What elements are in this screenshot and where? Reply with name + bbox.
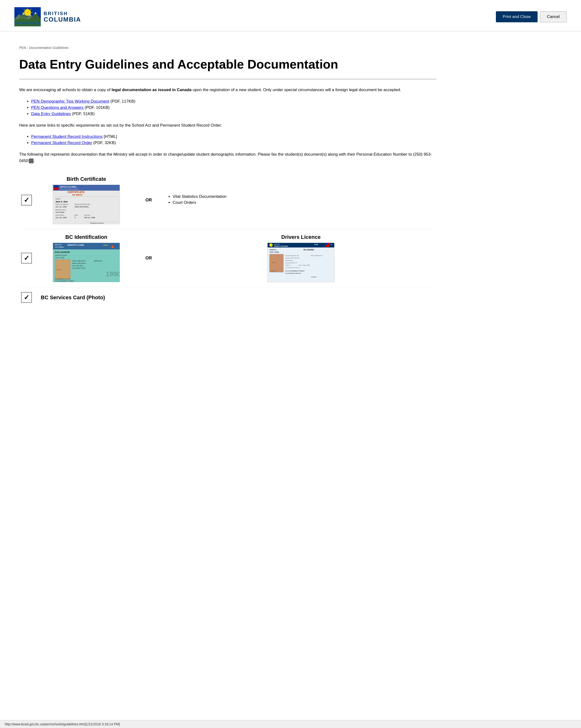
link-detail: (PDF, 101KB) — [85, 105, 110, 110]
links2-list: Permanent Student Record Instructions [H… — [31, 134, 437, 145]
svg-rect-22 — [54, 185, 58, 187]
bc-id-title: BC Identification — [65, 234, 107, 240]
svg-rect-19 — [15, 22, 41, 24]
birth-cert-cell: Birth Certificate BRITISH COLUMBIA VITAL… — [41, 176, 132, 224]
svg-text:Sample: Sample — [270, 270, 275, 272]
svg-text:British Columbia: British Columbia — [274, 245, 288, 247]
drivers-licence-svg: BRITISH British Columbia CAN DL DL:12345… — [268, 243, 334, 282]
svg-text:SIN NO.:: SIN NO.: — [84, 214, 91, 216]
cancel-button[interactable]: Cancel — [540, 11, 566, 22]
doc-row-bc-id: ✓ BC Identification BRITISH COLUMBIA IDE… — [19, 229, 437, 287]
svg-text:SAMPLE FOUR: SAMPLE FOUR — [55, 254, 67, 256]
bc-services-checkbox: ✓ — [21, 292, 32, 303]
svg-text:529 1C 1995: 529 1C 1995 — [84, 216, 95, 219]
svg-text:Sex: F   Hair: BLU: Sex: F Hair: BLU — [72, 265, 83, 266]
footer-bar: http://www.bced.gov.bc.ca/pen/schools/gu… — [0, 720, 581, 728]
list-item: Vital Statistics Documentation — [173, 194, 437, 199]
svg-text:Class: 5: Class: 5 — [285, 264, 291, 266]
svg-text:Expires: 2013-Jun-07: Expires: 2013-Jun-07 — [72, 263, 86, 264]
print-and-close-button[interactable]: Print and Close — [496, 11, 537, 22]
svg-text:DATE REG.:: DATE REG.: — [55, 214, 65, 216]
svg-text:Registrar General: Registrar General — [90, 222, 104, 224]
svg-text:BRITISH: BRITISH — [55, 244, 62, 245]
svg-text:Photo: Photo — [272, 262, 276, 263]
svg-text:CAN: CAN — [103, 244, 108, 246]
checkmark-icon: ✓ — [24, 293, 29, 302]
birth-cert-checkbox: ✓ — [21, 195, 32, 206]
svg-text:🍁: 🍁 — [110, 245, 115, 249]
list-item: Data Entry Guidelines (PDF, 51KB) — [31, 111, 437, 116]
doc-row-bc-services: ✓ BC Services Card (Photo) — [19, 287, 437, 308]
svg-rect-45 — [53, 243, 120, 250]
birth-cert-svg: BRITISH COLUMBIA VITAL STATISTICS AGENCY… — [53, 185, 120, 224]
svg-text:Issued: 2012-Nov-30: Issued: 2012-Nov-30 — [285, 255, 299, 256]
birth-cert-title: Birth Certificate — [67, 176, 106, 182]
svg-text:1990-Sep-07: 1990-Sep-07 — [94, 260, 102, 262]
link-detail: (PDF, 51KB) — [72, 111, 95, 116]
intro-paragraph: We are encouraging all schools to obtain… — [19, 86, 437, 93]
drivers-licence-cell: Drivers Licence BRITISH British Columbia… — [165, 234, 437, 282]
link-detail: (PDF, 32KB) — [93, 140, 116, 145]
list-item: PEN Questions and Answers (PDF, 101KB) — [31, 105, 437, 110]
logo-container: BRITISH COLUMBIA — [15, 7, 81, 26]
svg-text:CAN: CAN — [314, 244, 318, 245]
breadcrumb: PEN - Documentation Guidelines — [19, 46, 437, 50]
svg-text:DOB: 1979-Jun-07: DOB: 1979-Jun-07 — [311, 255, 323, 256]
svg-text:BRITISH COLUMBIA: BRITISH COLUMBIA — [60, 186, 77, 188]
checkbox-cell: ✓ — [19, 253, 33, 263]
checkmark-icon: ✓ — [24, 196, 29, 204]
svg-text:CERTIFICATE: CERTIFICATE — [68, 191, 85, 193]
pen-demographic-link[interactable]: PEN Demographic Tips Working Document — [31, 99, 109, 104]
svg-text:SEX:: SEX: — [75, 214, 78, 216]
doc-row-birth-cert: ✓ Birth Certificate BRITISH COLUMBIA — [19, 171, 437, 229]
svg-text:F: F — [75, 216, 76, 219]
logo-columbia: COLUMBIA — [44, 16, 81, 23]
list-item: Permanent Student Record Order (PDF, 32K… — [31, 140, 437, 145]
permanent-record-instructions-link[interactable]: Permanent Student Record Instructions — [31, 134, 103, 139]
bc-id-image: BRITISH COLUMBIA IDENTITY CARD CAN 🍁 BCI… — [53, 243, 120, 282]
content-area: PEN - Documentation Guidelines Data Entr… — [0, 31, 456, 322]
svg-text:Restrictions:: Restrictions: — [285, 260, 293, 261]
birth-cert-image: BRITISH COLUMBIA VITAL STATISTICS AGENCY… — [53, 185, 120, 224]
checkbox-cell: ✓ — [19, 292, 33, 303]
link-detail: [HTML] — [104, 134, 117, 139]
svg-text:DL: DL — [331, 244, 332, 245]
drivers-licence-title: Drivers Licence — [281, 234, 321, 240]
or-label-2: OR — [139, 256, 158, 261]
page-title: Data Entry Guidelines and Acceptable Doc… — [19, 57, 437, 72]
checkmark-icon: ✓ — [24, 254, 29, 262]
footer-url: http://www.bced.gov.bc.ca/pen/schools/gu… — [5, 722, 120, 726]
svg-text:JUL 13, 1954: JUL 13, 1954 — [55, 206, 67, 208]
svg-text:OF BIRTH: OF BIRTH — [72, 194, 82, 196]
or-label-1: OR — [139, 198, 158, 203]
svg-text:Sex: F   Hair: BRN: Sex: F Hair: BRN — [299, 264, 310, 266]
birth-cert-alternatives: Vital Statistics Documentation Court Ord… — [165, 194, 437, 206]
svg-text:1954-59-078321: 1954-59-078321 — [75, 206, 89, 208]
svg-text:BCID:123456789: BCID:123456789 — [55, 251, 70, 253]
bc-id-svg: BRITISH COLUMBIA IDENTITY CARD CAN 🍁 BCI… — [53, 243, 120, 282]
print-bar: BRITISH COLUMBIA Print and Close Cancel — [0, 0, 581, 31]
svg-text:BRITISH: BRITISH — [274, 244, 280, 245]
svg-text:Issued: 2008-Jun-07: Issued: 2008-Jun-07 — [72, 260, 85, 262]
svg-text:wt: 51.5 kg   ht: 175 cm: wt: 51.5 kg ht: 175 cm — [285, 267, 299, 268]
permanent-record-order-link[interactable]: Permanent Student Record Order — [31, 140, 92, 145]
svg-text:Sample: Sample — [311, 276, 317, 278]
checkbox-cell: ✓ — [19, 195, 33, 206]
doc-links-list: PEN Demographic Tips Working Document (P… — [31, 99, 437, 116]
svg-text:Endorsements: 21: Endorsements: 21 — [285, 262, 297, 263]
bc-id-checkbox: ✓ — [21, 253, 32, 263]
data-entry-guidelines-link[interactable]: Data Entry Guidelines — [31, 111, 71, 116]
drivers-licence-image: BRITISH British Columbia CAN DL DL:12345… — [267, 243, 335, 282]
svg-text:NAME:: NAME: — [55, 198, 61, 200]
fax-paragraph: The following list represents documentat… — [19, 151, 437, 164]
svg-text:IDENTITY CARD: IDENTITY CARD — [68, 244, 84, 246]
pen-qa-link[interactable]: PEN Questions and Answers — [31, 105, 83, 110]
svg-text:DL:1234567: DL:1234567 — [303, 249, 314, 251]
svg-text:VICTORIA BC V8W 3Y8: VICTORIA BC V8W 3Y8 — [285, 272, 301, 274]
logo-british: BRITISH — [44, 11, 81, 16]
button-group: Print and Close Cancel — [496, 11, 566, 22]
svg-text:COLUMBIA: COLUMBIA — [55, 246, 64, 248]
svg-text:TEST CARD: TEST CARD — [269, 251, 279, 253]
svg-text:REGISTRATION NO.:: REGISTRATION NO.: — [75, 204, 91, 205]
doc-grid: ✓ Birth Certificate BRITISH COLUMBIA — [19, 171, 437, 308]
